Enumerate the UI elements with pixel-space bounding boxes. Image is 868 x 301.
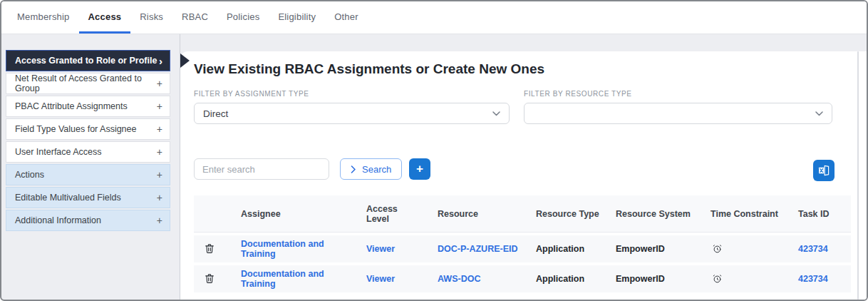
plus-expand-icon: + (157, 101, 162, 111)
sidebar-item-label: Access Granted to Role or Profile (15, 56, 157, 66)
search-button-label: Search (362, 164, 391, 175)
filter-label: FILTER BY ASSIGNMENT TYPE (194, 90, 510, 98)
top-tab-bar: Membership Access Risks RBAC Policies El… (1, 1, 867, 34)
sidebar-item-label: Editable Multivalued Fields (15, 193, 121, 203)
sidebar-item-label: Additional Information (15, 215, 101, 225)
table-row: Documentation and Training Viewer AWS-DO… (194, 265, 851, 292)
page-title: View Existing RBAC Assignments or Create… (194, 61, 544, 77)
sidebar-item-label: User Interface Access (15, 147, 102, 157)
sidebar-item-net-result-of-access[interactable]: Net Result of Access Granted to Group + (6, 73, 170, 94)
search-button[interactable]: Search (340, 158, 402, 180)
chevron-down-icon (492, 111, 500, 116)
task-id-link[interactable]: 423734 (794, 274, 851, 284)
excel-export-button[interactable] (813, 160, 835, 181)
content-panel: View Existing RBAC Assignments or Create… (180, 51, 867, 300)
sidebar-item-label: Actions (15, 170, 44, 180)
chevron-right-icon (351, 165, 356, 173)
trash-icon (204, 272, 215, 285)
chevron-down-icon (815, 111, 823, 116)
alarm-clock-icon (712, 243, 723, 254)
filter-resource-type: FILTER BY RESOURCE TYPE (524, 90, 832, 124)
time-constraint-button[interactable] (711, 272, 724, 285)
resource-system-cell: EmpowerID (600, 244, 701, 254)
assignee-link[interactable]: Documentation and Training (225, 269, 351, 289)
sidebar-item-label: PBAC Attribute Assignments (15, 101, 128, 111)
resource-type-select[interactable] (524, 103, 832, 124)
header-time-constraint: Time Constraint (701, 209, 794, 219)
sidebar-item-actions[interactable]: Actions + (6, 164, 170, 185)
excel-export-icon (817, 164, 830, 177)
sidebar-item-label: Net Result of Access Granted to Group (15, 73, 157, 93)
plus-icon: + (416, 162, 423, 175)
alarm-clock-icon (712, 273, 723, 284)
resource-type-cell: Application (520, 244, 600, 254)
resource-link[interactable]: DOC-P-AZURE-EID (422, 244, 520, 254)
search-input[interactable] (194, 158, 329, 180)
header-assignee: Assignee (225, 209, 351, 219)
resource-type-cell: Application (520, 274, 600, 284)
access-level-link[interactable]: Viewer (351, 244, 422, 254)
trash-icon (204, 243, 215, 255)
access-level-link[interactable]: Viewer (351, 274, 422, 284)
time-constraint-button[interactable] (711, 242, 724, 255)
resource-link[interactable]: AWS-DOC (422, 274, 520, 284)
delete-button[interactable] (202, 241, 217, 256)
delete-button[interactable] (202, 271, 217, 286)
tab-rbac[interactable]: RBAC (172, 1, 217, 34)
chevron-right-icon: › (159, 56, 162, 66)
header-resource-system: Resource System (600, 209, 701, 219)
tab-membership[interactable]: Membership (8, 1, 79, 34)
tab-policies[interactable]: Policies (217, 1, 269, 34)
task-id-link[interactable]: 423734 (794, 244, 851, 254)
header-access-level: Access Level (351, 204, 422, 224)
assignee-link[interactable]: Documentation and Training (225, 239, 351, 259)
sidebar-nav: Access Granted to Role or Profile › Net … (6, 50, 170, 233)
header-task-id: Task ID (794, 209, 851, 219)
vertical-scrollbar[interactable] (857, 51, 859, 300)
tab-other[interactable]: Other (325, 1, 368, 34)
sidebar-item-additional-information[interactable]: Additional Information + (6, 210, 170, 231)
tab-eligibility[interactable]: Eligibility (269, 1, 325, 34)
header-resource-type: Resource Type (520, 209, 600, 219)
plus-expand-icon: + (157, 170, 162, 180)
sidebar-item-field-type-values[interactable]: Field Type Values for Assignee + (6, 118, 170, 140)
active-item-pointer (180, 53, 190, 68)
sidebar-item-pbac-attribute-assignments[interactable]: PBAC Attribute Assignments + (6, 96, 170, 117)
assignments-table: Assignee Access Level Resource Resource … (194, 195, 851, 292)
sidebar-item-editable-multivalued-fields[interactable]: Editable Multivalued Fields + (6, 187, 170, 208)
table-row: Documentation and Training Viewer DOC-P-… (194, 235, 851, 262)
filter-assignment-type: FILTER BY ASSIGNMENT TYPE Direct (194, 90, 510, 124)
app-window: Membership Access Risks RBAC Policies El… (0, 0, 868, 301)
header-resource: Resource (422, 209, 520, 219)
add-assignment-button[interactable]: + (409, 158, 430, 180)
select-value: Direct (203, 108, 228, 119)
sidebar-item-access-granted-to-role-or-profile[interactable]: Access Granted to Role or Profile › (6, 50, 170, 71)
plus-expand-icon: + (157, 78, 162, 88)
resource-system-cell: EmpowerID (600, 274, 701, 284)
table-header-row: Assignee Access Level Resource Resource … (194, 195, 851, 233)
plus-expand-icon: + (157, 215, 162, 225)
tab-risks[interactable]: Risks (130, 1, 172, 34)
plus-expand-icon: + (157, 124, 162, 134)
plus-expand-icon: + (157, 193, 162, 203)
tab-access[interactable]: Access (79, 1, 131, 34)
filter-label: FILTER BY RESOURCE TYPE (524, 90, 832, 98)
sidebar-item-user-interface-access[interactable]: User Interface Access + (6, 141, 170, 163)
plus-expand-icon: + (157, 147, 162, 157)
assignment-type-select[interactable]: Direct (194, 103, 510, 124)
sidebar-item-label: Field Type Values for Assignee (15, 124, 136, 134)
